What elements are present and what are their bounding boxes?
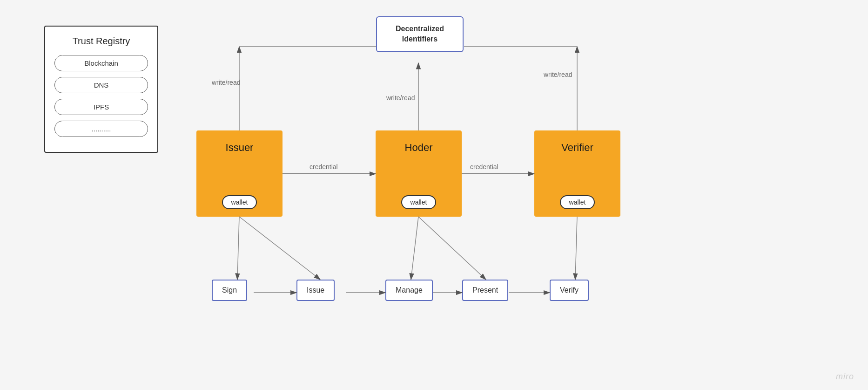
svg-line-13 [237,217,239,280]
registry-item-dns: DNS [54,77,148,93]
verify-box: Verify [550,280,589,301]
issue-box: Issue [296,280,335,301]
svg-line-18 [418,217,486,280]
verifier-wallet: wallet [560,195,595,209]
trust-registry: Trust Registry Blockchain DNS IPFS .....… [44,26,158,153]
registry-item-blockchain: Blockchain [54,55,148,71]
canvas: Trust Registry Blockchain DNS IPFS .....… [0,0,868,390]
trust-registry-title: Trust Registry [54,36,148,47]
svg-line-14 [239,217,320,280]
svg-text:credential: credential [310,163,338,171]
did-label: DecentralizedIdentifiers [396,25,444,43]
miro-watermark: miro [836,372,854,382]
svg-line-21 [575,217,577,280]
issuer-label: Issuer [226,142,254,154]
svg-line-17 [411,217,418,280]
did-box: DecentralizedIdentifiers [376,16,464,52]
manage-box: Manage [385,280,433,301]
holder-box: Hoder wallet [376,130,462,217]
present-box: Present [462,280,508,301]
holder-wallet: wallet [401,195,437,209]
verifier-box: Verifier wallet [534,130,620,217]
registry-item-dots: .......... [54,121,148,137]
holder-label: Hoder [405,142,433,154]
svg-text:credential: credential [470,163,498,171]
verifier-label: Verifier [561,142,593,154]
registry-item-ipfs: IPFS [54,99,148,115]
svg-text:write/read: write/read [386,94,415,102]
svg-text:write/read: write/read [543,71,572,78]
issuer-wallet: wallet [222,195,257,209]
issuer-box: Issuer wallet [196,130,283,217]
sign-box: Sign [212,280,247,301]
svg-text:write/read: write/read [211,79,240,86]
